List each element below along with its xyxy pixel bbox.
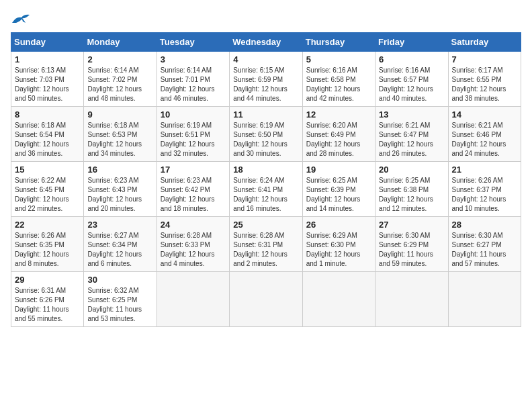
day-info: Sunrise: 6:23 AM Sunset: 6:42 PM Dayligh… [161, 176, 226, 214]
day-info: Sunrise: 6:32 AM Sunset: 6:25 PM Dayligh… [87, 286, 152, 324]
calendar-cell: 15Sunrise: 6:22 AM Sunset: 6:45 PM Dayli… [11, 162, 84, 217]
day-info: Sunrise: 6:30 AM Sunset: 6:29 PM Dayligh… [379, 231, 444, 269]
day-number: 11 [233, 109, 298, 120]
header-thursday: Thursday [302, 33, 375, 52]
calendar-body: 1Sunrise: 6:13 AM Sunset: 7:03 PM Daylig… [11, 52, 521, 327]
calendar-cell: 18Sunrise: 6:24 AM Sunset: 6:41 PM Dayli… [230, 162, 302, 217]
day-number: 5 [306, 54, 371, 64]
day-number: 28 [452, 220, 517, 230]
day-number: 6 [379, 54, 444, 64]
calendar-week-2: 8Sunrise: 6:18 AM Sunset: 6:54 PM Daylig… [11, 107, 521, 162]
day-info: Sunrise: 6:25 AM Sunset: 6:39 PM Dayligh… [306, 176, 371, 214]
calendar-cell: 3Sunrise: 6:14 AM Sunset: 7:01 PM Daylig… [157, 52, 229, 107]
day-info: Sunrise: 6:31 AM Sunset: 6:26 PM Dayligh… [15, 286, 80, 324]
day-number: 26 [306, 220, 371, 230]
calendar-cell: 25Sunrise: 6:28 AM Sunset: 6:31 PM Dayli… [230, 217, 302, 272]
day-info: Sunrise: 6:18 AM Sunset: 6:53 PM Dayligh… [87, 121, 152, 158]
calendar-header-row: SundayMondayTuesdayWednesdayThursdayFrid… [11, 33, 521, 52]
header-monday: Monday [84, 33, 157, 52]
calendar-cell: 29Sunrise: 6:31 AM Sunset: 6:26 PM Dayli… [11, 272, 84, 327]
day-info: Sunrise: 6:24 AM Sunset: 6:41 PM Dayligh… [233, 176, 298, 214]
day-number: 14 [452, 109, 517, 120]
day-number: 24 [161, 220, 226, 230]
day-info: Sunrise: 6:16 AM Sunset: 6:57 PM Dayligh… [379, 66, 444, 103]
calendar-cell: 30Sunrise: 6:32 AM Sunset: 6:25 PM Dayli… [84, 272, 157, 327]
calendar-cell [302, 272, 375, 327]
calendar-cell [375, 272, 448, 327]
day-number: 7 [452, 54, 517, 64]
calendar-cell: 12Sunrise: 6:20 AM Sunset: 6:49 PM Dayli… [302, 107, 375, 162]
calendar-week-5: 29Sunrise: 6:31 AM Sunset: 6:26 PM Dayli… [11, 272, 521, 327]
header-saturday: Saturday [448, 33, 521, 52]
day-number: 17 [161, 165, 226, 175]
header-sunday: Sunday [11, 33, 84, 52]
day-info: Sunrise: 6:23 AM Sunset: 6:43 PM Dayligh… [87, 176, 152, 214]
calendar-cell: 28Sunrise: 6:30 AM Sunset: 6:27 PM Dayli… [448, 217, 521, 272]
day-info: Sunrise: 6:30 AM Sunset: 6:27 PM Dayligh… [452, 231, 517, 269]
calendar-cell: 2Sunrise: 6:14 AM Sunset: 7:02 PM Daylig… [84, 52, 157, 107]
calendar-week-1: 1Sunrise: 6:13 AM Sunset: 7:03 PM Daylig… [11, 52, 521, 107]
day-number: 10 [161, 109, 226, 120]
day-info: Sunrise: 6:26 AM Sunset: 6:35 PM Dayligh… [15, 231, 80, 269]
day-number: 19 [306, 165, 371, 175]
logo [11, 11, 34, 27]
day-number: 21 [452, 165, 517, 175]
calendar-cell: 8Sunrise: 6:18 AM Sunset: 6:54 PM Daylig… [11, 107, 84, 162]
header-friday: Friday [375, 33, 448, 52]
calendar-cell: 22Sunrise: 6:26 AM Sunset: 6:35 PM Dayli… [11, 217, 84, 272]
day-number: 15 [15, 165, 80, 175]
day-info: Sunrise: 6:14 AM Sunset: 7:02 PM Dayligh… [87, 66, 152, 103]
day-info: Sunrise: 6:21 AM Sunset: 6:46 PM Dayligh… [452, 121, 517, 158]
day-info: Sunrise: 6:29 AM Sunset: 6:30 PM Dayligh… [306, 231, 371, 269]
day-number: 12 [306, 109, 371, 120]
calendar-cell: 21Sunrise: 6:26 AM Sunset: 6:37 PM Dayli… [448, 162, 521, 217]
calendar-cell: 4Sunrise: 6:15 AM Sunset: 6:59 PM Daylig… [230, 52, 302, 107]
day-info: Sunrise: 6:19 AM Sunset: 6:51 PM Dayligh… [161, 121, 226, 158]
calendar-cell: 16Sunrise: 6:23 AM Sunset: 6:43 PM Dayli… [84, 162, 157, 217]
day-info: Sunrise: 6:25 AM Sunset: 6:38 PM Dayligh… [379, 176, 444, 214]
day-number: 23 [87, 220, 152, 230]
calendar-week-3: 15Sunrise: 6:22 AM Sunset: 6:45 PM Dayli… [11, 162, 521, 217]
calendar-cell [157, 272, 229, 327]
day-number: 20 [379, 165, 444, 175]
day-info: Sunrise: 6:28 AM Sunset: 6:31 PM Dayligh… [233, 231, 298, 269]
day-number: 2 [87, 54, 152, 64]
header-wednesday: Wednesday [230, 33, 302, 52]
page-header [11, 11, 521, 27]
calendar-cell: 20Sunrise: 6:25 AM Sunset: 6:38 PM Dayli… [375, 162, 448, 217]
day-number: 25 [233, 220, 298, 230]
calendar-cell: 26Sunrise: 6:29 AM Sunset: 6:30 PM Dayli… [302, 217, 375, 272]
day-number: 16 [87, 165, 152, 175]
day-number: 13 [379, 109, 444, 120]
calendar-cell [230, 272, 302, 327]
day-info: Sunrise: 6:26 AM Sunset: 6:37 PM Dayligh… [452, 176, 517, 214]
day-info: Sunrise: 6:28 AM Sunset: 6:33 PM Dayligh… [161, 231, 226, 269]
day-info: Sunrise: 6:14 AM Sunset: 7:01 PM Dayligh… [161, 66, 226, 103]
logo-icon [11, 11, 31, 27]
calendar-table: SundayMondayTuesdayWednesdayThursdayFrid… [11, 32, 521, 327]
day-number: 1 [15, 54, 80, 64]
day-info: Sunrise: 6:18 AM Sunset: 6:54 PM Dayligh… [15, 121, 80, 158]
day-number: 8 [15, 109, 80, 120]
day-number: 18 [233, 165, 298, 175]
day-info: Sunrise: 6:19 AM Sunset: 6:50 PM Dayligh… [233, 121, 298, 158]
day-info: Sunrise: 6:22 AM Sunset: 6:45 PM Dayligh… [15, 176, 80, 214]
day-number: 22 [15, 220, 80, 230]
day-info: Sunrise: 6:20 AM Sunset: 6:49 PM Dayligh… [306, 121, 371, 158]
day-info: Sunrise: 6:27 AM Sunset: 6:34 PM Dayligh… [87, 231, 152, 269]
day-info: Sunrise: 6:21 AM Sunset: 6:47 PM Dayligh… [379, 121, 444, 158]
calendar-cell: 27Sunrise: 6:30 AM Sunset: 6:29 PM Dayli… [375, 217, 448, 272]
calendar-cell [448, 272, 521, 327]
calendar-cell: 14Sunrise: 6:21 AM Sunset: 6:46 PM Dayli… [448, 107, 521, 162]
calendar-cell: 13Sunrise: 6:21 AM Sunset: 6:47 PM Dayli… [375, 107, 448, 162]
day-number: 29 [15, 275, 80, 285]
calendar-cell: 19Sunrise: 6:25 AM Sunset: 6:39 PM Dayli… [302, 162, 375, 217]
day-number: 27 [379, 220, 444, 230]
day-info: Sunrise: 6:13 AM Sunset: 7:03 PM Dayligh… [15, 66, 80, 103]
calendar-cell: 9Sunrise: 6:18 AM Sunset: 6:53 PM Daylig… [84, 107, 157, 162]
calendar-cell: 23Sunrise: 6:27 AM Sunset: 6:34 PM Dayli… [84, 217, 157, 272]
calendar-cell: 17Sunrise: 6:23 AM Sunset: 6:42 PM Dayli… [157, 162, 229, 217]
calendar-cell: 11Sunrise: 6:19 AM Sunset: 6:50 PM Dayli… [230, 107, 302, 162]
calendar-cell: 7Sunrise: 6:17 AM Sunset: 6:55 PM Daylig… [448, 52, 521, 107]
calendar-cell: 10Sunrise: 6:19 AM Sunset: 6:51 PM Dayli… [157, 107, 229, 162]
